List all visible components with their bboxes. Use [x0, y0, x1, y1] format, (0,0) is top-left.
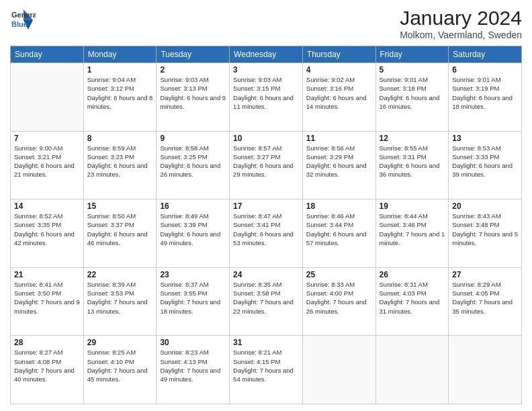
day-number: 25 [306, 270, 372, 279]
table-row: 14Sunrise: 8:52 AMSunset: 3:35 PMDayligh… [11, 199, 84, 268]
table-row: 22Sunrise: 8:39 AMSunset: 3:53 PMDayligh… [83, 267, 157, 336]
table-row [11, 63, 84, 132]
col-wednesday: Wednesday [230, 46, 303, 63]
table-row: 4Sunrise: 9:02 AMSunset: 3:16 PMDaylight… [302, 63, 375, 132]
day-info: Sunrise: 9:04 AMSunset: 3:12 PMDaylight:… [87, 75, 153, 111]
day-info: Sunrise: 9:03 AMSunset: 3:15 PMDaylight:… [233, 75, 299, 111]
table-row: 12Sunrise: 8:55 AMSunset: 3:31 PMDayligh… [375, 131, 449, 199]
day-number: 13 [452, 134, 518, 143]
day-number: 30 [160, 338, 226, 347]
day-info: Sunrise: 8:25 AMSunset: 4:10 PMDaylight:… [87, 348, 153, 383]
day-number: 14 [14, 201, 80, 211]
table-row: 9Sunrise: 8:58 AMSunset: 3:25 PMDaylight… [157, 131, 230, 199]
col-friday: Friday [375, 46, 449, 63]
table-row: 29Sunrise: 8:25 AMSunset: 4:10 PMDayligh… [83, 336, 157, 404]
day-info: Sunrise: 8:57 AMSunset: 3:27 PMDaylight:… [233, 144, 299, 179]
table-row [375, 336, 449, 404]
day-number: 5 [380, 65, 445, 75]
table-row: 19Sunrise: 8:44 AMSunset: 3:46 PMDayligh… [375, 199, 449, 268]
day-number: 2 [160, 65, 226, 75]
day-info: Sunrise: 8:58 AMSunset: 3:25 PMDaylight:… [160, 144, 226, 179]
table-row: 3Sunrise: 9:03 AMSunset: 3:15 PMDaylight… [230, 63, 303, 132]
logo: General Blue [10, 7, 36, 32]
col-monday: Monday [83, 46, 157, 63]
calendar-week-2: 7Sunrise: 9:00 AMSunset: 3:21 PMDaylight… [11, 131, 522, 199]
calendar-table: Sunday Monday Tuesday Wednesday Thursday… [10, 46, 522, 404]
day-info: Sunrise: 8:35 AMSunset: 3:58 PMDaylight:… [233, 280, 299, 316]
table-row: 15Sunrise: 8:50 AMSunset: 3:37 PMDayligh… [83, 199, 157, 268]
logo-icon: General Blue [10, 7, 36, 32]
table-row: 26Sunrise: 8:31 AMSunset: 4:03 PMDayligh… [375, 267, 449, 336]
col-sunday: Sunday [11, 46, 84, 63]
day-number: 21 [14, 270, 80, 279]
day-number: 24 [233, 270, 299, 279]
day-info: Sunrise: 8:49 AMSunset: 3:39 PMDaylight:… [160, 212, 226, 247]
day-number: 16 [160, 201, 226, 211]
table-row: 10Sunrise: 8:57 AMSunset: 3:27 PMDayligh… [230, 131, 303, 199]
day-info: Sunrise: 8:29 AMSunset: 4:05 PMDaylight:… [452, 280, 518, 316]
col-tuesday: Tuesday [157, 46, 230, 63]
day-info: Sunrise: 8:44 AMSunset: 3:46 PMDaylight:… [380, 212, 445, 247]
table-row [302, 336, 375, 404]
location: Molkom, Vaermland, Sweden [400, 30, 522, 40]
header: General Blue January 2024 Molkom, Vaerml… [10, 7, 522, 40]
day-number: 17 [233, 201, 299, 211]
day-number: 15 [87, 201, 153, 211]
day-number: 28 [14, 338, 80, 347]
day-number: 19 [380, 201, 445, 211]
day-info: Sunrise: 8:23 AMSunset: 4:13 PMDaylight:… [160, 348, 226, 383]
table-row: 28Sunrise: 8:27 AMSunset: 4:08 PMDayligh… [11, 336, 84, 404]
day-info: Sunrise: 8:55 AMSunset: 3:31 PMDaylight:… [380, 144, 445, 179]
day-number: 29 [87, 338, 153, 347]
page: General Blue January 2024 Molkom, Vaerml… [0, 0, 532, 411]
day-info: Sunrise: 8:31 AMSunset: 4:03 PMDaylight:… [380, 280, 445, 316]
day-number: 8 [87, 134, 153, 143]
table-row: 8Sunrise: 8:59 AMSunset: 3:23 PMDaylight… [83, 131, 157, 199]
day-number: 27 [452, 270, 518, 279]
day-number: 22 [87, 270, 153, 279]
calendar-week-4: 21Sunrise: 8:41 AMSunset: 3:50 PMDayligh… [11, 267, 522, 336]
table-row: 2Sunrise: 9:03 AMSunset: 3:13 PMDaylight… [157, 63, 230, 132]
col-thursday: Thursday [302, 46, 375, 63]
table-row: 11Sunrise: 8:56 AMSunset: 3:29 PMDayligh… [302, 131, 375, 199]
day-info: Sunrise: 8:33 AMSunset: 4:00 PMDaylight:… [306, 280, 372, 316]
table-row: 21Sunrise: 8:41 AMSunset: 3:50 PMDayligh… [11, 267, 84, 336]
table-row: 20Sunrise: 8:43 AMSunset: 3:48 PMDayligh… [449, 199, 522, 268]
svg-text:Blue: Blue [11, 20, 28, 28]
calendar-week-3: 14Sunrise: 8:52 AMSunset: 3:35 PMDayligh… [11, 199, 522, 268]
table-row [449, 336, 522, 404]
day-info: Sunrise: 9:01 AMSunset: 3:18 PMDaylight:… [380, 75, 445, 111]
day-number: 7 [14, 134, 80, 143]
day-number: 23 [160, 270, 226, 279]
table-row: 27Sunrise: 8:29 AMSunset: 4:05 PMDayligh… [449, 267, 522, 336]
day-number: 10 [233, 134, 299, 143]
day-info: Sunrise: 8:27 AMSunset: 4:08 PMDaylight:… [14, 348, 80, 383]
table-row: 6Sunrise: 9:01 AMSunset: 3:19 PMDaylight… [449, 63, 522, 132]
day-info: Sunrise: 9:00 AMSunset: 3:21 PMDaylight:… [14, 144, 80, 179]
table-row: 17Sunrise: 8:47 AMSunset: 3:41 PMDayligh… [230, 199, 303, 268]
day-info: Sunrise: 9:01 AMSunset: 3:19 PMDaylight:… [452, 75, 518, 111]
day-number: 18 [306, 201, 372, 211]
calendar-week-5: 28Sunrise: 8:27 AMSunset: 4:08 PMDayligh… [11, 336, 522, 404]
day-number: 3 [233, 65, 299, 75]
day-info: Sunrise: 8:46 AMSunset: 3:44 PMDaylight:… [306, 212, 372, 247]
table-row: 18Sunrise: 8:46 AMSunset: 3:44 PMDayligh… [302, 199, 375, 268]
day-number: 12 [380, 134, 445, 143]
day-info: Sunrise: 8:52 AMSunset: 3:35 PMDaylight:… [14, 212, 80, 247]
table-row: 7Sunrise: 9:00 AMSunset: 3:21 PMDaylight… [11, 131, 84, 199]
day-number: 4 [306, 65, 372, 75]
col-saturday: Saturday [449, 46, 522, 63]
day-info: Sunrise: 8:50 AMSunset: 3:37 PMDaylight:… [87, 212, 153, 247]
day-number: 20 [452, 201, 518, 211]
day-info: Sunrise: 8:43 AMSunset: 3:48 PMDaylight:… [452, 212, 518, 247]
day-number: 1 [87, 65, 153, 75]
day-info: Sunrise: 9:03 AMSunset: 3:13 PMDaylight:… [160, 75, 226, 111]
table-row: 13Sunrise: 8:53 AMSunset: 3:33 PMDayligh… [449, 131, 522, 199]
svg-text:General: General [11, 11, 36, 19]
title-block: January 2024 Molkom, Vaermland, Sweden [400, 7, 522, 40]
day-number: 11 [306, 134, 372, 143]
day-info: Sunrise: 8:56 AMSunset: 3:29 PMDaylight:… [306, 144, 372, 179]
day-info: Sunrise: 8:41 AMSunset: 3:50 PMDaylight:… [14, 280, 80, 316]
day-info: Sunrise: 8:21 AMSunset: 4:15 PMDaylight:… [233, 348, 299, 383]
day-number: 9 [160, 134, 226, 143]
